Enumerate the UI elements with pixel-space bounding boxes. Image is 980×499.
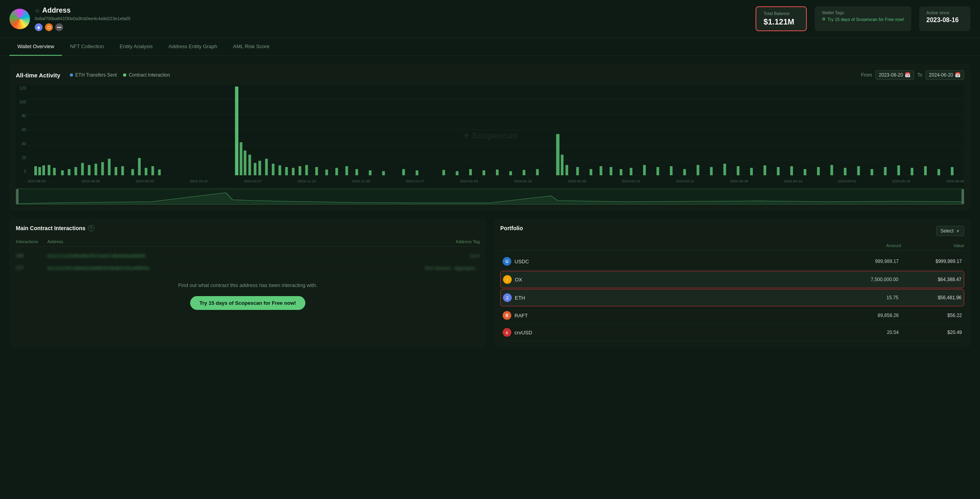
address-details: ☆ Address 0x8af700ba841f30e0a3fcb0ee4c4a… [35,6,131,31]
x-label-13: 2024-03-28 [730,179,748,183]
chart-svg [28,84,964,175]
svg-rect-54 [469,169,472,175]
svg-rect-41 [325,169,328,175]
svg-rect-63 [610,167,612,175]
cell-tag-0: 1inch [425,253,480,258]
svg-rect-83 [871,169,873,175]
y-label-0: 0 [16,169,28,174]
svg-rect-15 [81,163,84,175]
star-icon[interactable]: ☆ [35,8,40,14]
x-label-1: 2023-09-06 [82,179,100,183]
token-usdc: U USDC [503,257,836,266]
cell-interactions-1: 177 [16,265,47,271]
svg-rect-61 [589,169,592,175]
raft-value: $56.22 [899,313,962,318]
svg-rect-67 [656,167,659,175]
usdc-amount: 999,989.17 [836,259,899,264]
to-date-input[interactable]: 2024-06-20 📅 [926,70,964,80]
tab-wallet-overview[interactable]: Wallet Overview [9,38,62,56]
x-label-16: 2024-05-18 [892,179,910,183]
svg-rect-58 [523,170,526,175]
y-label-60: 60 [16,128,28,132]
portfolio-select-dropdown[interactable]: Select ▼ [936,226,964,236]
chart-plot [28,84,964,175]
wallet-tags-cta-text: Try 15 days of Scopescan for Free now! [827,17,904,22]
svg-rect-82 [857,166,860,175]
svg-rect-29 [244,150,247,175]
svg-rect-80 [830,165,833,175]
tab-address-entity-graph[interactable]: Address Entity Graph [161,38,225,56]
x-label-2: 2023-09-23 [136,179,154,183]
eth-value: $56,481.96 [898,295,961,300]
to-label: To [917,72,922,78]
chart-navigator[interactable] [16,189,964,204]
header-stats: Total Balance $1.121M Wallet Tags ⚙ Try … [756,6,971,31]
x-label-10: 2024-02-06 [568,179,586,183]
cta-section: Find out what contract this address has … [16,274,480,291]
svg-rect-77 [790,166,793,175]
svg-rect-43 [345,166,348,175]
cell-address-1[interactable]: 0x11111342ca6be912a3d801814b3b01431e4f08… [47,266,425,270]
svg-rect-60 [576,167,579,175]
x-label-4: 2023-10-27 [244,179,262,183]
portfolio-title: Portfolio [500,225,523,231]
x-label-14: 2024-04-14 [784,179,802,183]
activity-header: All-time Activity ETH Transfers Sent Con… [16,70,964,80]
address-badges: ◈ ⬡ ••• [35,23,131,31]
main-content: All-time Activity ETH Transfers Sent Con… [0,56,980,355]
select-label: Select [941,228,954,234]
crvusd-symbol: crvUSD [514,330,532,336]
svg-rect-76 [777,167,780,175]
svg-rect-26 [158,169,161,175]
usdc-icon: U [503,257,511,266]
svg-rect-48 [416,170,419,175]
nav-handle-left[interactable] [16,189,19,204]
portfolio-table-header: Amount Value [500,241,964,251]
gear-icon: ⚙ [822,17,826,22]
scopescan-cta-button[interactable]: Try 15 days of Scopescan for Free now! [190,296,306,310]
svg-rect-34 [272,164,275,175]
svg-rect-39 [305,165,308,175]
svg-rect-32 [258,161,261,175]
svg-rect-65 [630,168,632,175]
svg-rect-78 [804,169,806,175]
nav-tabs: Wallet Overview NFT Collection Entity An… [0,38,980,56]
x-label-5: 2023-11-13 [298,179,316,183]
x-label-7: 2023-12-17 [406,179,424,183]
svg-rect-46 [382,171,385,175]
y-label-40: 40 [16,142,28,146]
svg-rect-17 [95,164,97,175]
chart-legend: ETH Transfers Sent Contract Interaction [70,72,170,78]
from-date-input[interactable]: 2023-08-20 📅 [875,70,914,80]
svg-rect-62 [600,166,602,175]
nav-selection [16,189,964,204]
svg-rect-20 [114,167,117,175]
active-since-panel: Active since 2023-08-16 [919,6,971,31]
address-hash[interactable]: 0x8af700ba841f30e0a3fcb0ee4c4a9d223e1efa… [35,16,131,21]
svg-rect-71 [710,167,713,175]
portfolio-col-amount: Amount [838,243,901,248]
help-icon[interactable]: ? [88,225,94,231]
svg-rect-56 [496,169,499,175]
raft-amount: 89,858.26 [836,313,899,318]
cell-address-0[interactable]: 0x11111112546eb8fc2547a4e67c8b4fe8aebb8d… [47,253,425,258]
x-label-17: 2024-06-04 [946,179,964,183]
tab-entity-analysis[interactable]: Entity Analysis [112,38,161,56]
table-row: 177 0x11111342ca6be912a3d801814b3b01431e… [16,262,480,274]
chart-y-labels: 120 100 80 60 40 20 0 [16,84,28,175]
legend-contract-label: Contract Interaction [129,72,170,78]
token-crvusd: c crvUSD [503,328,836,337]
svg-rect-72 [724,164,726,175]
tab-nft-collection[interactable]: NFT Collection [62,38,112,56]
address-title: Address [42,6,71,15]
svg-rect-87 [924,166,927,175]
ox-amount: 7,500,000.00 [835,277,898,282]
contract-interactions-title: Main Contract Interactions ? [16,225,480,231]
activity-title: All-time Activity [16,72,60,79]
address-title-row: ☆ Address [35,6,131,15]
wallet-tags-cta[interactable]: ⚙ Try 15 days of Scopescan for Free now! [822,17,904,22]
crvusd-amount: 20.54 [836,330,899,335]
tab-aml-risk-score[interactable]: AML Risk Score [225,38,278,56]
nav-handle-right[interactable] [961,189,964,204]
svg-rect-86 [911,168,913,175]
